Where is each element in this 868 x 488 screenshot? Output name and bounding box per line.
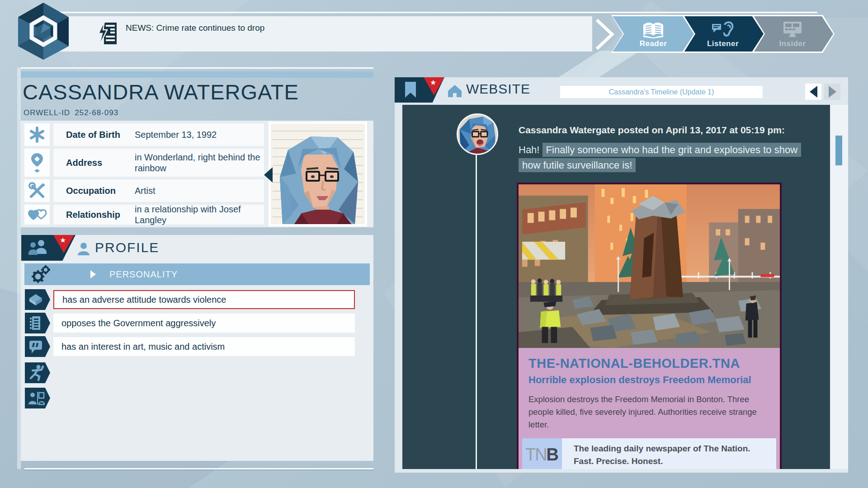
article-headline: Horrible explosion destroys Freedom Memo… xyxy=(528,374,770,386)
orwell-screen: NEWS: Crime rate continues to drop Reade… xyxy=(0,0,868,488)
trait-datachunk[interactable]: has an adverse attitude towards violence xyxy=(53,290,355,309)
detail-value: September 13, 1992 xyxy=(135,129,264,140)
detail-label: Relationship xyxy=(66,210,135,220)
book-icon xyxy=(25,289,50,310)
left-panel-footer-divider xyxy=(24,468,373,469)
post-header: Cassandra Watergate posted on April 13, … xyxy=(519,125,785,136)
publisher-tagline: The leading daily newspaper of The Natio… xyxy=(562,438,750,469)
asterisk-icon xyxy=(24,123,50,146)
portrait-photo xyxy=(269,122,367,226)
detail-value: Artist xyxy=(135,185,264,196)
tab-label: Reader xyxy=(640,39,667,48)
location-pin-icon xyxy=(24,149,50,177)
portrait-image xyxy=(271,124,365,224)
header-divider xyxy=(43,12,817,13)
avatar-image xyxy=(458,115,497,154)
news-label: NEWS: Crime rate continues to drop xyxy=(126,22,316,33)
article-summary-block: THE-NATIONAL-BEHOLDER.TNA Horrible explo… xyxy=(519,348,780,438)
post-body-line1: Hah! Finally someone who had the grit an… xyxy=(519,143,801,157)
new-info-flag xyxy=(424,77,444,95)
linked-article-card[interactable]: THE-NATIONAL-BEHOLDER.TNA Horrible explo… xyxy=(517,183,782,469)
forward-arrow-icon xyxy=(829,86,836,98)
page-dropdown[interactable]: Cassandra's Timeline (Update 1) xyxy=(560,86,763,98)
detail-row: Relationship in a relationship with Jose… xyxy=(53,205,264,225)
trait-text: has an interest in art, music and activi… xyxy=(61,342,225,352)
scrollbar-thumb[interactable] xyxy=(835,136,842,165)
bookmark-icon xyxy=(405,82,416,98)
notebook-icon xyxy=(25,313,50,333)
post-highlight-datachunk[interactable]: Finally someone who had the grit and exp… xyxy=(542,143,801,157)
orwell-id-label: ORWELL-ID xyxy=(24,108,70,117)
news-ticker[interactable]: NEWS: Crime rate continues to drop xyxy=(53,16,592,52)
tab-reader[interactable]: Reader xyxy=(611,15,695,53)
detail-value: in Wonderland, right behind the rainbow xyxy=(135,152,264,174)
tnb-logo: TNB xyxy=(522,438,562,469)
monitor-icon xyxy=(782,20,803,38)
tools-icon xyxy=(24,179,50,202)
timeline-line xyxy=(476,155,477,469)
article-summary: Explosion destroys the Freedom Memorial … xyxy=(528,393,764,431)
back-button[interactable] xyxy=(805,84,821,100)
runner-icon xyxy=(25,362,50,383)
trait-datachunk[interactable]: has an interest in art, music and activi… xyxy=(53,337,355,356)
trait-text: opposes the Government aggressively xyxy=(61,318,216,328)
ear-icon xyxy=(711,20,735,38)
person-icon xyxy=(77,242,90,256)
tab-label: Listener xyxy=(707,39,739,48)
people-icon xyxy=(27,239,50,257)
trait-text: has an adverse attitude towards violence xyxy=(62,295,226,305)
avatar xyxy=(457,113,498,155)
tnb-logo-tn: TN xyxy=(525,445,547,465)
tnb-logo-b: B xyxy=(547,445,559,465)
explosion-photo xyxy=(519,184,780,348)
newsflash-icon xyxy=(97,21,118,46)
back-arrow-icon xyxy=(810,86,817,98)
detail-label: Address xyxy=(66,158,135,168)
new-info-flag xyxy=(53,235,74,253)
portrait-pointer xyxy=(264,167,273,183)
expand-arrow-icon xyxy=(90,270,96,278)
detail-label: Occupation xyxy=(66,186,135,196)
hearts-icon xyxy=(24,205,50,225)
page-title: CASSANDRA WATERGATE xyxy=(23,80,375,104)
dropdown-value: Cassandra's Timeline (Update 1) xyxy=(609,88,714,96)
website-viewer: WEBSITE Cassandra's Timeline (Update 1) xyxy=(395,77,848,473)
forward-button[interactable] xyxy=(824,84,840,100)
orwell-id: ORWELL-ID252-68-093 xyxy=(24,108,123,117)
trait-datachunk[interactable]: opposes the Government aggressively xyxy=(53,314,355,333)
detail-row: Date of Birth September 13, 1992 xyxy=(53,123,264,146)
article-site-link[interactable]: THE-NATIONAL-BEHOLDER.TNA xyxy=(528,356,770,371)
compare-icon xyxy=(25,388,50,408)
orwell-id-value: 252-68-093 xyxy=(75,108,118,117)
personality-label: PERSONALITY xyxy=(109,269,178,280)
gears-icon xyxy=(31,265,51,284)
detail-row: Address in Wonderland, right behind the … xyxy=(53,149,264,177)
news-arrow-icon xyxy=(593,18,615,51)
detail-label: Date of Birth xyxy=(66,130,135,140)
webpage-content: Cassandra Watergate posted on April 13, … xyxy=(402,105,830,469)
home-icon xyxy=(447,84,462,98)
orwell-logo-icon xyxy=(13,2,74,61)
post-lead: Hah! xyxy=(519,144,542,155)
profile-panel-topbar xyxy=(21,71,373,78)
publisher-bar: TNB The leading daily newspaper of The N… xyxy=(522,438,776,469)
post-highlight-datachunk[interactable]: how futile surveillance is! xyxy=(519,158,636,172)
tagline-line1: The leading daily newspaper of The Natio… xyxy=(574,442,750,455)
quote-icon xyxy=(25,336,50,357)
left-edge-strip xyxy=(17,68,21,469)
profile-panel-topline xyxy=(21,67,373,69)
scrollbar-track[interactable] xyxy=(830,105,848,469)
profile-section: PROFILE PERSONALITY has an adverse attit… xyxy=(21,235,373,461)
tagline-line2: Fast. Precise. Honest. xyxy=(574,455,750,468)
website-title: WEBSITE xyxy=(466,81,530,97)
profile-details-card: Date of Birth September 13, 1992 Address… xyxy=(21,121,373,227)
personality-expander[interactable]: PERSONALITY xyxy=(24,263,370,285)
detail-row: Occupation Artist xyxy=(53,179,264,202)
section-title: PROFILE xyxy=(95,240,159,255)
detail-value: in a relationship with Josef Langley xyxy=(135,204,264,225)
open-book-icon xyxy=(642,21,665,38)
post-body-line2: how futile surveillance is! xyxy=(519,158,636,173)
tab-label: Insider xyxy=(779,39,806,48)
